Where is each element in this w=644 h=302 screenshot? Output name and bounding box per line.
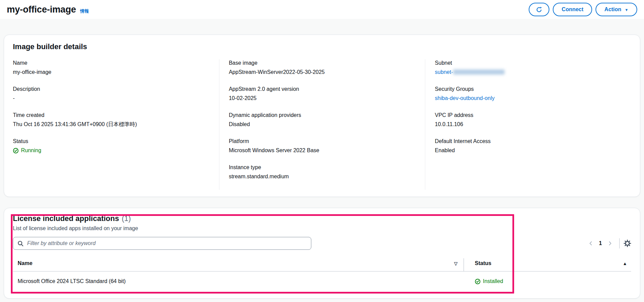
field-instance-type: Instance type stream.standard.medium (229, 164, 416, 180)
field-platform: Platform Microsoft Windows Server 2022 B… (229, 138, 416, 154)
info-link[interactable]: 情報 (80, 8, 89, 14)
field-time-created-label: Time created (13, 112, 210, 119)
controls-divider (619, 238, 620, 248)
column-header-name[interactable]: Name ▽ (13, 258, 464, 271)
details-card-title: Image builder details (13, 42, 631, 51)
field-subnet: Subnet subnet- (435, 59, 622, 76)
connect-button[interactable]: Connect (553, 3, 592, 16)
field-description-label: Description (13, 85, 210, 93)
field-name-label: Name (13, 59, 210, 67)
field-subnet-label: Subnet (435, 59, 622, 67)
field-default-internet-access-value: Enabled (435, 147, 622, 154)
field-vpc-ip-label: VPC IP address (435, 112, 622, 119)
field-agent-version-label: AppStream 2.0 agent version (229, 85, 416, 93)
app-status-text: Installed (483, 278, 503, 284)
field-description-value: - (13, 95, 210, 102)
details-column-2: Base image AppStream-WinServer2022-05-30… (219, 59, 425, 190)
table-controls: 1 (586, 238, 631, 248)
column-header-status[interactable]: Status ▲ (464, 258, 631, 271)
field-time-created-value: Thu Oct 16 2025 13:41:36 GMT+0900 (日本標準時… (13, 121, 210, 128)
field-default-internet-access: Default Internet Access Enabled (435, 138, 622, 154)
field-time-created: Time created Thu Oct 16 2025 13:41:36 GM… (13, 112, 210, 128)
page-header: my-office-image 情報 Connect Action ▼ (0, 0, 644, 19)
details-column-1: Name my-office-image Description - Time … (13, 59, 219, 190)
search-icon (18, 241, 23, 246)
field-base-image-label: Base image (229, 59, 416, 67)
header-actions: Connect Action ▼ (529, 3, 637, 16)
details-column-3: Subnet subnet- Security Groups shiba-dev… (425, 59, 631, 190)
field-base-image-value: AppStream-WinServer2022-05-30-2025 (229, 68, 416, 76)
image-builder-details-card: Image builder details Name my-office-ima… (4, 35, 640, 197)
installed-success-icon (475, 279, 481, 284)
filter-input-container (13, 237, 311, 250)
apps-count-badge: (1) (122, 214, 131, 223)
apps-card-subtitle: List of license included apps installed … (13, 225, 631, 231)
apps-card-title: License included applications (13, 214, 119, 223)
next-page-button[interactable] (605, 238, 615, 248)
field-agent-version: AppStream 2.0 agent version 10-02-2025 (229, 85, 416, 102)
subnet-link-prefix: subnet- (435, 69, 453, 75)
refresh-icon (536, 7, 542, 13)
subnet-link[interactable]: subnet- (435, 69, 504, 75)
field-vpc-ip: VPC IP address 10.0.11.106 (435, 112, 622, 128)
field-base-image: Base image AppStream-WinServer2022-05-30… (229, 59, 416, 76)
app-name-cell: Microsoft Office 2024 LTSC Standard (64 … (13, 271, 464, 292)
action-button-label: Action (604, 6, 621, 13)
action-menu-button[interactable]: Action ▼ (596, 3, 637, 16)
sort-descending-icon: ▽ (454, 261, 457, 266)
field-vpc-ip-value: 10.0.11.106 (435, 121, 622, 128)
field-default-internet-access-label: Default Internet Access (435, 138, 622, 145)
previous-page-button[interactable] (586, 238, 596, 248)
status-success-icon (13, 148, 19, 154)
field-status-label: Status (13, 138, 210, 145)
status-badge: Running (13, 147, 41, 154)
connect-button-label: Connect (562, 6, 583, 13)
apps-table-header: Name ▽ Status ▲ (13, 258, 631, 271)
field-instance-type-value: stream.standard.medium (229, 173, 416, 180)
field-dynamic-app-providers-label: Dynamic application providers (229, 112, 416, 119)
page-title: my-office-image (7, 4, 76, 15)
name-header-label: Name (18, 260, 33, 266)
refresh-button[interactable] (529, 3, 549, 16)
field-security-groups-label: Security Groups (435, 85, 622, 93)
app-status-cell: Installed (464, 271, 631, 292)
status-header-label: Status (475, 260, 491, 266)
field-platform-label: Platform (229, 138, 416, 145)
field-instance-type-label: Instance type (229, 164, 416, 171)
chevron-right-icon (608, 241, 612, 246)
field-name-value: my-office-image (13, 68, 210, 76)
field-agent-version-value: 10-02-2025 (229, 95, 416, 102)
field-description: Description - (13, 85, 210, 102)
caret-down-icon: ▼ (625, 8, 628, 12)
table-preferences-button[interactable] (624, 240, 631, 247)
field-security-groups: Security Groups shiba-dev-outbound-only (435, 85, 622, 102)
field-platform-value: Microsoft Windows Server 2022 Base (229, 147, 416, 154)
gear-icon (624, 240, 631, 247)
status-text: Running (21, 147, 41, 154)
license-apps-card: License included applications (1) List o… (4, 208, 640, 299)
chevron-left-icon (588, 241, 593, 246)
field-name: Name my-office-image (13, 59, 210, 76)
sort-ascending-icon: ▲ (623, 261, 627, 266)
field-dynamic-app-providers-value: Disabled (229, 121, 416, 128)
filter-input[interactable] (26, 240, 307, 247)
field-dynamic-app-providers: Dynamic application providers Disabled (229, 112, 416, 128)
page-content: Image builder details Name my-office-ima… (0, 19, 644, 302)
field-status: Status Running (13, 138, 210, 155)
security-group-link[interactable]: shiba-dev-outbound-only (435, 95, 494, 101)
page-number-1[interactable]: 1 (596, 240, 605, 246)
table-row: Microsoft Office 2024 LTSC Standard (64 … (13, 271, 631, 292)
subnet-id-redacted (453, 69, 505, 75)
